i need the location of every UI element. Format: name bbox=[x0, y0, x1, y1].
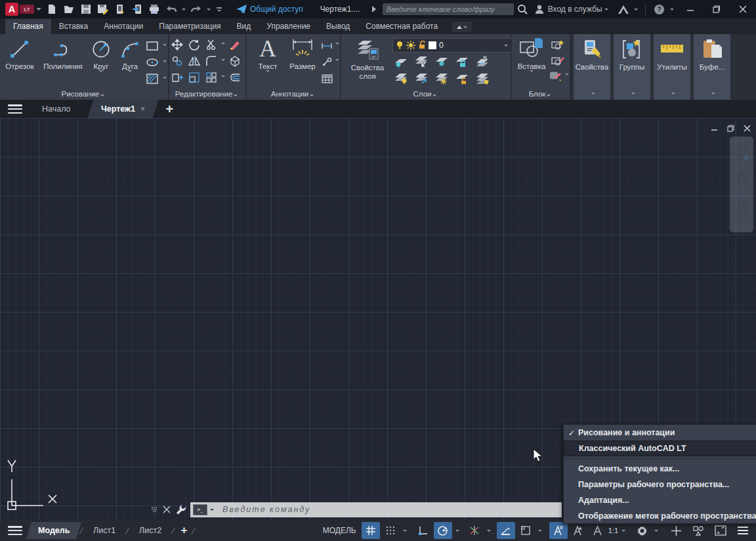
command-prompt-icon[interactable]: >_ bbox=[193, 504, 207, 515]
share-label[interactable]: Общий доступ bbox=[250, 5, 303, 14]
tab-annotate[interactable]: Аннотации bbox=[96, 19, 151, 34]
edit-attributes-caret-icon[interactable] bbox=[565, 74, 569, 76]
menu-item-save-current-as[interactable]: Сохранить текущее как... bbox=[564, 461, 756, 477]
line-button[interactable]: Отрезок bbox=[1, 38, 38, 70]
layout-menu-icon[interactable] bbox=[8, 526, 22, 535]
tab-view[interactable]: Вид bbox=[229, 19, 259, 34]
app-menu-caret-icon[interactable] bbox=[36, 8, 41, 11]
tab-home[interactable]: Главная bbox=[5, 19, 51, 34]
edit-block-icon[interactable] bbox=[551, 54, 564, 67]
app-logo-icon[interactable]: A bbox=[5, 3, 18, 16]
tab-drawing1[interactable]: Чертеж1× bbox=[87, 100, 158, 118]
layer-isolate-icon[interactable] bbox=[414, 72, 429, 85]
workspace-switching-gear-icon[interactable] bbox=[633, 522, 651, 539]
scale-icon[interactable] bbox=[188, 71, 201, 84]
panel-annotation-label[interactable]: Аннотации bbox=[247, 90, 340, 98]
share-icon[interactable] bbox=[234, 2, 249, 16]
new-layout-button[interactable]: + bbox=[181, 524, 188, 537]
save-as-button[interactable] bbox=[95, 2, 111, 16]
layer-match-icon[interactable] bbox=[475, 55, 490, 68]
arc-button[interactable]: Дуга bbox=[117, 38, 143, 72]
multileader-caret-icon[interactable] bbox=[335, 59, 339, 61]
tab-parametric[interactable]: Параметризация bbox=[151, 19, 228, 34]
command-grip-handle[interactable] bbox=[151, 504, 158, 515]
close-button[interactable] bbox=[730, 0, 756, 18]
panel-draw-label[interactable]: Рисование bbox=[0, 90, 168, 98]
drawing-canvas[interactable]: >_ ✓ Рисование и аннотации Классический … bbox=[0, 118, 756, 520]
model-space-button[interactable]: МОДЕЛЬ bbox=[323, 526, 356, 535]
isodraft-toggle[interactable] bbox=[516, 522, 535, 539]
circle-button[interactable]: Круг bbox=[88, 38, 114, 72]
isolate-objects-icon[interactable] bbox=[689, 522, 707, 539]
new-drawing-tab-button[interactable]: + bbox=[166, 102, 174, 117]
save-button[interactable] bbox=[78, 2, 94, 16]
save-to-mobile-button[interactable] bbox=[112, 2, 128, 16]
panel-utilities[interactable]: Утилиты bbox=[654, 34, 690, 100]
annotation-scale-value[interactable]: 1:1 bbox=[608, 527, 618, 534]
signin-label[interactable]: Вход в службы bbox=[548, 5, 602, 14]
autodesk-logo-icon[interactable] bbox=[616, 2, 631, 16]
fillet-icon[interactable] bbox=[205, 54, 218, 68]
erase-icon[interactable] bbox=[228, 38, 242, 51]
create-block-icon[interactable] bbox=[551, 38, 564, 51]
edit-attributes-icon[interactable] bbox=[549, 70, 562, 83]
panel-properties[interactable]: Свойства bbox=[574, 34, 610, 100]
lineweight-toggle[interactable] bbox=[497, 522, 515, 539]
osnap-toggle[interactable] bbox=[465, 522, 484, 539]
move-icon[interactable] bbox=[171, 38, 184, 51]
user-icon[interactable] bbox=[532, 2, 547, 16]
navbar-more-caret-icon[interactable] bbox=[740, 222, 744, 224]
trim-caret-icon[interactable] bbox=[221, 43, 225, 45]
layer-thaw-tool-icon[interactable] bbox=[434, 72, 449, 85]
crosshair-customize-icon[interactable] bbox=[667, 522, 685, 539]
menu-item-workspace-settings[interactable]: Параметры рабочего пространства... bbox=[564, 477, 756, 492]
restore-button[interactable] bbox=[704, 0, 730, 18]
clean-screen-icon[interactable] bbox=[711, 522, 730, 539]
workspace-caret-icon[interactable] bbox=[654, 530, 658, 532]
layer-color-swatch[interactable] bbox=[429, 41, 436, 49]
help-caret-icon[interactable] bbox=[670, 9, 674, 11]
tab-close-icon[interactable]: × bbox=[140, 104, 145, 114]
ellipse-caret-icon[interactable] bbox=[163, 60, 167, 62]
snap-toggle[interactable] bbox=[381, 522, 400, 539]
qat-customize-button[interactable] bbox=[217, 7, 222, 12]
layer-lock-icon[interactable] bbox=[455, 55, 469, 68]
command-close-icon[interactable] bbox=[163, 506, 171, 513]
redo-button[interactable] bbox=[188, 2, 204, 16]
mirror-icon[interactable] bbox=[188, 54, 201, 68]
offset-icon[interactable] bbox=[228, 71, 242, 84]
panel-groups[interactable]: Группы bbox=[614, 34, 650, 100]
isodraft-caret-icon[interactable] bbox=[538, 530, 542, 532]
snap-caret-icon[interactable] bbox=[403, 530, 407, 532]
navigation-bar[interactable] bbox=[730, 137, 753, 232]
annotation-scale-icon[interactable] bbox=[589, 522, 607, 539]
zoom-extents-icon[interactable] bbox=[734, 196, 749, 212]
hatch-tool-icon[interactable] bbox=[146, 72, 159, 85]
undo-caret-icon[interactable] bbox=[182, 9, 186, 11]
polar-caret-icon[interactable] bbox=[455, 530, 459, 532]
tab-manage[interactable]: Управление bbox=[259, 19, 318, 34]
table-icon[interactable] bbox=[320, 72, 333, 85]
doc-restore-icon[interactable] bbox=[727, 125, 734, 132]
layer-make-current-icon[interactable] bbox=[414, 55, 429, 68]
command-input-bar[interactable]: >_ bbox=[190, 502, 562, 517]
leader-dim-icon[interactable] bbox=[320, 39, 333, 53]
layer-off-icon[interactable] bbox=[394, 55, 408, 68]
command-input[interactable] bbox=[216, 504, 562, 515]
menu-item-display-workspace-labels[interactable]: Отображение меток рабочего пространства bbox=[564, 508, 756, 524]
command-history-caret-icon[interactable] bbox=[210, 509, 214, 511]
new-file-button[interactable] bbox=[44, 2, 60, 16]
layer-select[interactable]: 0 bbox=[392, 38, 513, 53]
open-file-button[interactable] bbox=[61, 2, 77, 16]
search-icon[interactable] bbox=[514, 2, 530, 16]
rotate-icon[interactable] bbox=[188, 38, 201, 51]
help-icon[interactable]: ? bbox=[652, 2, 667, 16]
menu-item-drafting-annotation[interactable]: ✓ Рисование и аннотации bbox=[564, 425, 756, 441]
fillet-caret-icon[interactable] bbox=[221, 59, 225, 61]
menu-item-classic-autocad[interactable]: Классический AutoCAD LT bbox=[564, 441, 756, 456]
autodesk-caret-icon[interactable] bbox=[634, 9, 638, 11]
minimize-button[interactable] bbox=[677, 0, 704, 18]
tab-output[interactable]: Вывод bbox=[318, 19, 358, 34]
doc-minimize-icon[interactable] bbox=[711, 125, 718, 132]
leader-dim-caret-icon[interactable] bbox=[335, 43, 339, 45]
